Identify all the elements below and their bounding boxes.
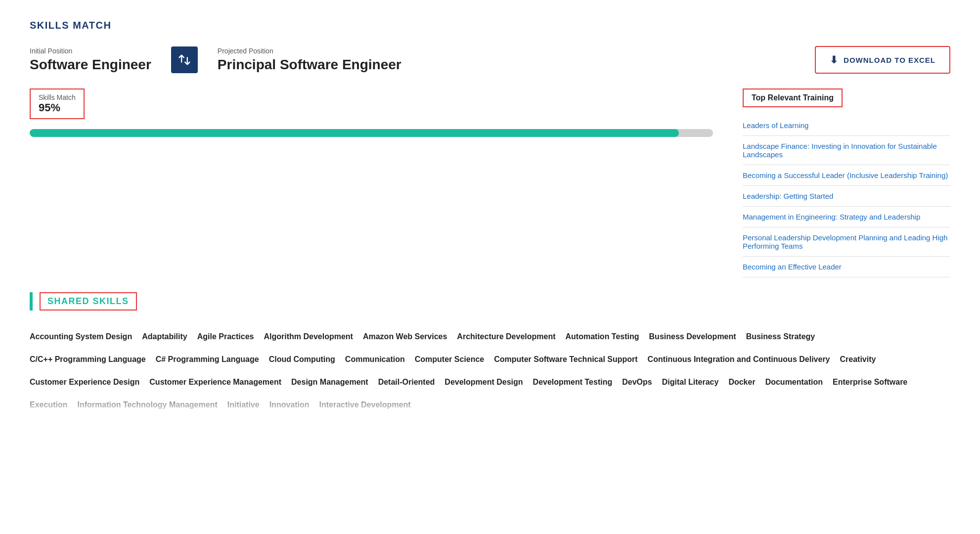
skill-item: Detail-Oriented (378, 371, 445, 394)
projected-position-label: Projected Position (218, 47, 815, 55)
skill-item: Execution (30, 394, 77, 416)
skill-item: C# Programming Language (156, 348, 269, 371)
projected-position-block: Projected Position Principal Software En… (218, 47, 815, 73)
skill-item: Interactive Development (319, 394, 421, 416)
skill-item: Computer Science (415, 348, 494, 371)
main-content: SHARED SKILLS Accounting System DesignAd… (30, 292, 950, 416)
skill-item: Architecture Development (457, 325, 565, 348)
page-container: SKILLS MATCH Initial Position Software E… (0, 0, 980, 436)
skill-item: Automation Testing (566, 325, 649, 348)
training-item-2[interactable]: Landscape Finance: Investing in Innovati… (743, 136, 950, 165)
shared-skills-section: SHARED SKILLS Accounting System DesignAd… (30, 292, 950, 416)
swap-icon (178, 53, 191, 67)
training-list: Leaders of Learning Landscape Finance: I… (743, 115, 950, 277)
skill-item: Customer Experience Design (30, 371, 149, 394)
skills-grid: Accounting System DesignAdaptabilityAgil… (30, 325, 950, 416)
skills-match-percentage: 95% (39, 101, 76, 114)
skills-match-left: Skills Match 95% (30, 89, 713, 137)
skill-item: Accounting System Design (30, 325, 142, 348)
skill-item: Computer Software Technical Support (494, 348, 647, 371)
download-to-excel-button[interactable]: ⬇ DOWNLOAD TO EXCEL (815, 46, 950, 74)
skills-match-label: Skills Match (39, 93, 76, 101)
skill-item: Development Testing (533, 371, 623, 394)
training-item-1[interactable]: Leaders of Learning (743, 115, 950, 136)
page-title: SKILLS MATCH (30, 20, 950, 31)
skill-item: Amazon Web Services (363, 325, 457, 348)
skill-item: Agile Practices (197, 325, 264, 348)
skill-item: Information Technology Management (77, 394, 227, 416)
skill-item: Documentation (765, 371, 833, 394)
training-item-4[interactable]: Leadership: Getting Started (743, 186, 950, 207)
skill-item: Innovation (269, 394, 319, 416)
skill-item: Initiative (227, 394, 269, 416)
swap-button[interactable] (171, 46, 198, 73)
skill-item: Design Management (291, 371, 378, 394)
skill-item: Business Development (649, 325, 746, 348)
skill-item: Digital Literacy (662, 371, 729, 394)
training-item-6[interactable]: Personal Leadership Development Planning… (743, 227, 950, 257)
skill-item: Customer Experience Management (149, 371, 291, 394)
shared-skills-header: SHARED SKILLS (30, 292, 950, 311)
skill-item: Adaptability (142, 325, 197, 348)
skill-item: Business Strategy (746, 325, 825, 348)
training-item-5[interactable]: Management in Engineering: Strategy and … (743, 207, 950, 227)
progress-bar (30, 129, 713, 137)
skill-item: Cloud Computing (269, 348, 345, 371)
skill-item: Algorithm Development (264, 325, 362, 348)
download-button-label: DOWNLOAD TO EXCEL (844, 56, 935, 64)
top-training-section: Top Relevant Training Leaders of Learnin… (743, 89, 950, 277)
skill-item: Communication (345, 348, 415, 371)
skills-match-section: Skills Match 95% Top Relevant Training L… (30, 89, 950, 277)
skill-item: DevOps (622, 371, 662, 394)
initial-position-title: Software Engineer (30, 57, 151, 73)
skill-item: Enterprise Software (833, 371, 917, 394)
download-icon: ⬇ (830, 54, 839, 66)
skill-item: Docker (728, 371, 765, 394)
initial-position-label: Initial Position (30, 47, 151, 55)
skill-item: Creativity (840, 348, 886, 371)
training-item-7[interactable]: Becoming an Effective Leader (743, 257, 950, 277)
positions-row: Initial Position Software Engineer Proje… (30, 46, 950, 74)
skill-item: Continuous Integration and Continuous De… (648, 348, 840, 371)
initial-position-block: Initial Position Software Engineer (30, 47, 151, 73)
skill-item: Development Design (445, 371, 533, 394)
projected-position-title: Principal Software Engineer (218, 57, 815, 73)
skills-grid-wrapper: Accounting System DesignAdaptabilityAgil… (30, 320, 950, 416)
skill-item: C/C++ Programming Language (30, 348, 156, 371)
skills-match-box: Skills Match 95% (30, 89, 85, 119)
shared-skills-title: SHARED SKILLS (40, 292, 137, 311)
progress-bar-fill (30, 129, 679, 137)
training-item-3[interactable]: Becoming a Successful Leader (Inclusive … (743, 165, 950, 186)
top-training-label: Top Relevant Training (743, 89, 843, 107)
